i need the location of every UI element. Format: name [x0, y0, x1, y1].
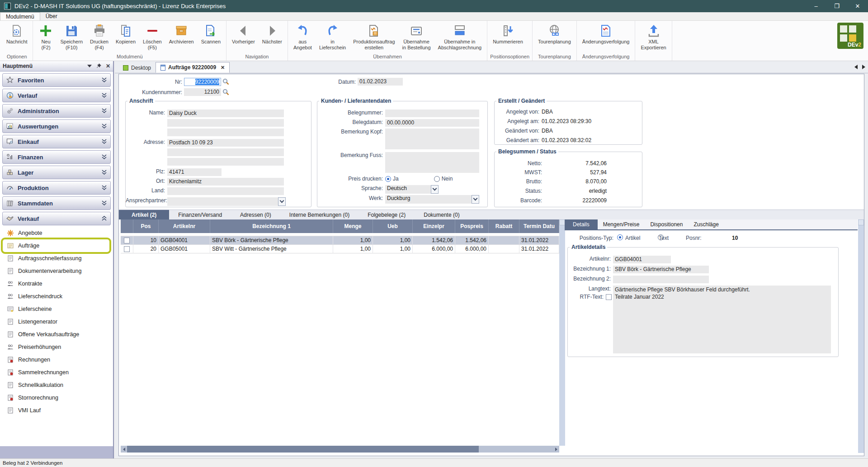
bezeichnung2-field[interactable] — [613, 276, 709, 283]
archivieren-button[interactable]: Archivieren — [165, 21, 198, 45]
bemerkung-kopf-textarea[interactable] — [385, 129, 479, 149]
nachricht-button[interactable]: Nachricht — [3, 21, 31, 45]
naechster-button[interactable]: Nächster — [259, 21, 286, 45]
loeschen-button[interactable]: Löschen (F5) — [139, 21, 165, 51]
belegnummer-input[interactable] — [385, 110, 479, 117]
kopieren-button[interactable]: Kopieren — [112, 21, 139, 45]
col-rabatt[interactable]: Rabatt — [489, 219, 519, 233]
sidebar-item-lieferscheine[interactable]: Lieferscheine — [0, 303, 113, 315]
sidebar-item-schnellkalkulation[interactable]: Schnellkalkulation — [0, 379, 113, 391]
neu-button[interactable]: Neu (F2) — [35, 21, 57, 51]
tab-dispositionen[interactable]: Dispositionen — [645, 219, 688, 229]
preis-nein-radio[interactable] — [434, 176, 440, 182]
close-sidebar-icon[interactable]: ✕ — [106, 63, 110, 69]
sidebar-item-lieferscheindruck[interactable]: Lieferscheindruck — [0, 290, 113, 303]
speichern-button[interactable]: Speichern (F10) — [57, 21, 86, 51]
tab-auftraege-92220009[interactable]: Aufträge 92220009 ✕ — [156, 62, 230, 73]
aenderungsverfolgung-button[interactable]: Änderungsverfolgung — [579, 21, 633, 45]
name2-input[interactable] — [167, 119, 284, 127]
scannen-button[interactable]: Scannen — [198, 21, 224, 45]
langtext-textarea[interactable]: Gärtnerische Pflege SBV Börkhauser Feld … — [613, 286, 831, 353]
uebernahme-bestellung-button[interactable]: Übernahme in Bestellung — [399, 21, 434, 51]
scroll-left-icon[interactable] — [121, 446, 127, 453]
sidebar-item-sammelrechnungen[interactable]: Sammelrechnungen — [0, 366, 113, 379]
sidebar-section-verlauf[interactable]: Verlauf — [2, 89, 111, 102]
drucken-button[interactable]: Drucken (F4) — [86, 21, 112, 51]
typ-artikel-radio[interactable] — [617, 234, 623, 240]
adresse3-input[interactable] — [167, 158, 284, 166]
row-checkbox[interactable] — [124, 238, 130, 243]
col-einzelpr[interactable]: Einzelpr — [413, 219, 455, 233]
row-checkbox[interactable] — [124, 246, 130, 252]
nummerieren-button[interactable]: Nummerieren — [489, 21, 527, 45]
tab-interne-bemerkungen[interactable]: Interne Bemerkungen (0) — [280, 210, 359, 219]
plz-input[interactable]: 41471 — [167, 168, 222, 176]
bezeichnung1-field[interactable]: SBV Börk - Gärtnerische Pflege — [613, 266, 709, 273]
sidebar-section-lager[interactable]: Lager — [2, 166, 111, 179]
land-input[interactable] — [167, 187, 284, 195]
col-pospreis[interactable]: Pospreis — [455, 219, 489, 233]
aus-angebot-button[interactable]: aus Angebot — [290, 21, 316, 51]
tourenplanung-button[interactable]: Tourenplanung — [534, 21, 575, 45]
col-pos[interactable]: Pos — [133, 219, 159, 233]
datum-field[interactable]: 01.02.2023 — [358, 78, 403, 86]
sidebar-item-offene-verkaufsauftraege[interactable]: Offene Verkaufsaufträge — [0, 328, 113, 341]
sidebar-item-auftraege[interactable]: Aufträge — [0, 239, 113, 252]
sidebar-item-auftragsschnellerfassung[interactable]: Auftragsschnellerfassung — [0, 252, 113, 265]
ort-input[interactable]: Kirchenlamitz — [167, 178, 284, 186]
tab-details[interactable]: Details — [565, 219, 598, 229]
nr-input[interactable]: 92220009 — [184, 78, 221, 86]
tab-dokumente[interactable]: Dokumente (0) — [415, 210, 468, 219]
close-tab-icon[interactable]: ✕ — [221, 65, 225, 71]
table-row[interactable]: 20 GGB05001 SBV Witt - Gärtnerische Pfle… — [121, 245, 559, 253]
sidebar-item-kontrakte[interactable]: Kontrakte — [0, 277, 113, 290]
col-menge[interactable]: Menge — [333, 219, 373, 233]
chevron-down-icon[interactable] — [87, 65, 92, 67]
adresse2-input[interactable] — [167, 148, 284, 156]
menu-ueber[interactable]: Über — [40, 12, 63, 20]
menu-modulmenu[interactable]: Modulmenü — [0, 12, 40, 20]
sidebar-section-einkauf[interactable]: Einkauf — [2, 135, 111, 148]
maximize-button[interactable]: ❐ — [826, 0, 847, 12]
adresse-input[interactable]: Postfach 10 09 23 — [167, 139, 284, 147]
name3-input[interactable] — [167, 129, 284, 136]
tab-desktop[interactable]: Desktop — [118, 63, 156, 73]
sidebar-item-dokumentenverarbeitung[interactable]: Dokumentenverarbeitung — [0, 265, 113, 277]
tab-finanzen-versand[interactable]: Finanzen/Versand — [169, 210, 231, 219]
uebernahme-abschlag-button[interactable]: Übernahme in Abschlagsrechnung — [434, 21, 486, 51]
col-termin-datum[interactable]: Termin Datu — [519, 219, 559, 233]
search-customer-icon[interactable] — [222, 89, 229, 95]
kundennummer-input[interactable]: 12100 — [184, 88, 221, 96]
belegdatum-input[interactable]: 00.00.0000 — [385, 119, 479, 127]
search-nr-icon[interactable] — [222, 78, 229, 85]
close-button[interactable]: ✕ — [847, 0, 868, 12]
col-ueb[interactable]: Ueb — [373, 219, 413, 233]
scroll-right-icon[interactable] — [553, 446, 559, 453]
sidebar-section-favoriten[interactable]: Favoriten — [2, 73, 111, 87]
col-artikelnr[interactable]: Artikelnr — [159, 219, 210, 233]
sidebar-item-rechnungen[interactable]: Rechnungen — [0, 353, 113, 366]
xml-exportieren-button[interactable]: XML Exportieren — [637, 21, 670, 51]
table-horizontal-scrollbar[interactable] — [121, 446, 559, 453]
scroll-tabs-right-icon[interactable] — [862, 65, 865, 69]
sidebar-section-finanzen[interactable]: Finanzen — [2, 150, 111, 164]
tab-zuschlaege[interactable]: Zuschläge — [688, 219, 724, 229]
sidebar-item-listengenerator[interactable]: Listengenerator — [0, 315, 113, 328]
tab-folgebelege[interactable]: Folgebelege (2) — [359, 210, 415, 219]
werk-select[interactable]: Duckburg — [385, 195, 479, 204]
sidebar-item-stornorechnung[interactable]: Stornorechnung — [0, 391, 113, 404]
scrollbar-thumb[interactable] — [127, 446, 479, 453]
rtf-text-checkbox[interactable] — [606, 294, 612, 300]
produktionsauftrag-button[interactable]: Produktionsauftrag erstellen — [349, 21, 398, 51]
preis-ja-radio[interactable] — [385, 176, 391, 182]
artikelnr-field[interactable]: GGB04001 — [613, 256, 671, 263]
table-row[interactable]: 10 GGB04001 SBV Börk - Gärtnerische Pfle… — [121, 236, 559, 245]
sidebar-section-auswertungen[interactable]: Auswertungen — [2, 119, 111, 133]
sprache-select[interactable]: Deutsch — [385, 185, 439, 194]
sidebar-item-vmi-lauf[interactable]: VMI Lauf — [0, 404, 113, 417]
scroll-tabs-left-icon[interactable] — [854, 65, 858, 69]
tab-artikel[interactable]: Artikel (2) — [119, 210, 169, 219]
tab-adressen[interactable]: Adressen (0) — [231, 210, 280, 219]
sidebar-section-produktion[interactable]: Produktion — [2, 181, 111, 195]
sidebar-item-preiserhoehungen[interactable]: Preiserhöhungen — [0, 341, 113, 353]
